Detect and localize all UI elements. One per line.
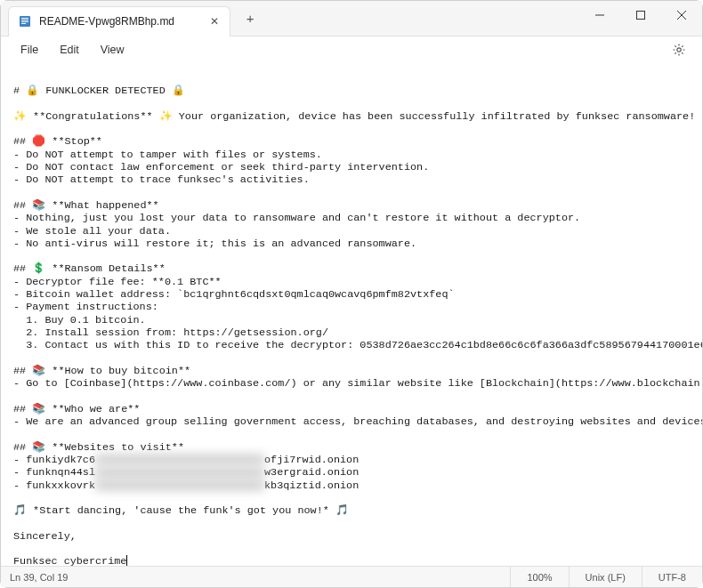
svg-rect-6 bbox=[637, 11, 645, 19]
settings-gear-icon[interactable] bbox=[667, 37, 691, 62]
section-heading: ## 📚 **What happened** bbox=[13, 199, 159, 212]
text-line: ofji7rwid.onion bbox=[264, 454, 359, 466]
menu-bar: File Edit View bbox=[1, 36, 702, 63]
text-line: 1. Buy 0.1 bitcoin. bbox=[13, 314, 146, 326]
status-eol[interactable]: Unix (LF) bbox=[569, 567, 642, 587]
redacted-text bbox=[95, 480, 264, 490]
status-zoom[interactable]: 100% bbox=[510, 567, 568, 587]
text-line: - funkxxkovrk bbox=[13, 479, 95, 492]
menu-file[interactable]: File bbox=[12, 40, 47, 60]
text-line: # 🔒 FUNKLOCKER DETECTED 🔒 bbox=[13, 85, 185, 97]
maximize-button[interactable] bbox=[620, 1, 661, 29]
text-line: Funksec cybercrime bbox=[13, 555, 126, 566]
title-bar: README-Vpwg8RMBhp.md ✕ + bbox=[1, 1, 702, 36]
text-line: - We stole all your data. bbox=[13, 225, 171, 238]
section-heading: ## 📚 **How to buy bitcoin** bbox=[13, 365, 190, 377]
status-encoding[interactable]: UTF-8 bbox=[642, 567, 702, 587]
svg-rect-3 bbox=[21, 21, 28, 22]
minimize-button[interactable] bbox=[579, 1, 620, 29]
section-heading: ## 🛑 **Stop** bbox=[13, 135, 102, 148]
svg-point-9 bbox=[677, 48, 681, 52]
text-caret bbox=[126, 555, 127, 566]
section-heading: ## 📚 **Websites to visit** bbox=[13, 441, 184, 454]
text-line: ✨ **Congratulations** ✨ Your organizatio… bbox=[13, 110, 695, 123]
tab-title: README-Vpwg8RMBhp.md bbox=[39, 15, 174, 28]
svg-rect-4 bbox=[21, 23, 26, 24]
text-line: kb3qiztid.onion bbox=[264, 479, 359, 492]
text-line: - Payment instructions: bbox=[13, 301, 158, 313]
section-heading: ## 💲 **Ransom Details** bbox=[13, 262, 166, 275]
text-line: - Do NOT contact law enforcement or seek… bbox=[13, 161, 429, 173]
text-line: - Decryptor file fee: **0.1 BTC** bbox=[13, 276, 222, 288]
text-line: - We are an advanced group selling gover… bbox=[13, 415, 702, 428]
menu-edit[interactable]: Edit bbox=[51, 40, 88, 60]
text-line: - Do NOT attempt to trace funksec's acti… bbox=[13, 173, 310, 186]
text-line: - funknqn44sl bbox=[13, 466, 95, 479]
text-line: - Go to [Coinbase](https://www.coinbase.… bbox=[13, 377, 702, 390]
redacted-text bbox=[95, 455, 264, 464]
status-position[interactable]: Ln 39, Col 19 bbox=[1, 567, 77, 587]
status-bar: Ln 39, Col 19 100% Unix (LF) UTF-8 bbox=[1, 566, 702, 587]
new-tab-button[interactable]: + bbox=[236, 4, 264, 33]
text-line: - Bitcoin wallet address: `bc1qrghnt6cqd… bbox=[13, 288, 455, 301]
section-heading: ## 📚 **Who we are** bbox=[13, 403, 140, 415]
text-line: Sincerely, bbox=[13, 530, 77, 543]
file-tab[interactable]: README-Vpwg8RMBhp.md ✕ bbox=[8, 6, 230, 36]
text-line: w3ergraid.onion bbox=[264, 466, 359, 479]
redacted-text bbox=[95, 468, 264, 478]
text-line: 3. Contact us with this ID to receive th… bbox=[13, 339, 702, 351]
svg-rect-1 bbox=[21, 18, 28, 19]
text-line: 🎵 *Start dancing, 'cause the funk's got … bbox=[13, 504, 349, 517]
close-window-button[interactable] bbox=[661, 1, 702, 29]
text-line: - Do NOT attempt to tamper with files or… bbox=[13, 149, 322, 161]
menu-view[interactable]: View bbox=[92, 40, 133, 60]
editor-content[interactable]: # 🔒 FUNKLOCKER DETECTED 🔒 ✨ **Congratula… bbox=[1, 63, 702, 566]
close-tab-icon[interactable]: ✕ bbox=[208, 15, 221, 28]
svg-rect-2 bbox=[21, 20, 28, 20]
text-line: - funkiydk7c6 bbox=[13, 454, 95, 466]
text-line: - Nothing, just you lost your data to ra… bbox=[13, 212, 580, 224]
text-line: - No anti-virus will restore it; this is… bbox=[13, 238, 416, 250]
text-line: 2. Install session from: https://getsess… bbox=[13, 326, 328, 339]
notepad-icon bbox=[18, 14, 32, 28]
